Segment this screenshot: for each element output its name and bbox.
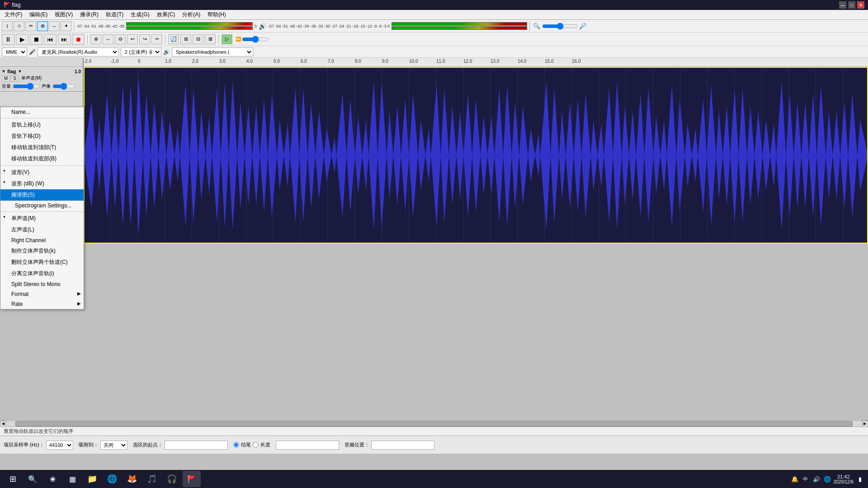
ctx-make-stereo[interactable]: 制作立体声音轨(k) — [0, 245, 84, 257]
ctx-move-bottom[interactable]: 移动轨道到底部(B) — [0, 153, 84, 164]
selection-tool[interactable]: ⊹ — [14, 21, 24, 31]
freq-input[interactable]: 00 h 00 m 00,000 s — [371, 441, 434, 450]
minimize-button[interactable]: — — [839, 1, 846, 9]
show-desktop-btn[interactable]: ▮ — [855, 471, 864, 487]
selection-end-input[interactable]: 00 h 00 m 00,000 s — [276, 441, 339, 450]
zoom-track-button[interactable]: ⊠ — [205, 34, 216, 44]
menu-bar: 文件(F) 编辑(E) 视图(V) 播录(R) 轨道(T) 生成(G) 效果(C… — [0, 10, 868, 20]
multi-desktop-button[interactable]: ▦ — [63, 471, 81, 487]
edge-button[interactable]: 🌐 — [103, 471, 121, 487]
menu-tracks[interactable]: 轨道(T) — [102, 10, 127, 19]
ctx-move-top[interactable]: 移动轨道到顶部(T) — [0, 142, 84, 153]
pause-button[interactable]: ⏸ — [2, 34, 14, 45]
track-close-btn[interactable]: ✕ — [2, 69, 5, 74]
ctx-swap-channels[interactable]: 翻转立体声两个轨道(C) — [0, 257, 84, 268]
scroll-left-btn[interactable]: ◀ — [0, 421, 6, 427]
toolbar-separator-2 — [529, 22, 530, 31]
audacity-taskbar-btn[interactable]: 🚩 — [183, 471, 201, 487]
menu-view[interactable]: 视图(V) — [51, 10, 76, 19]
pan-slider[interactable] — [52, 84, 75, 89]
zoom-fit-button[interactable]: ↔ — [103, 34, 113, 44]
ruler-label-2: 2.0 — [192, 59, 198, 64]
output-select[interactable]: Speakers/Headphones ( — [172, 47, 253, 56]
scroll-thumb[interactable] — [15, 421, 853, 427]
loop-button[interactable]: 🔄 — [168, 34, 179, 44]
file-explorer-button[interactable]: 📁 — [83, 471, 101, 487]
trim-button[interactable]: ✂ — [151, 34, 162, 44]
channels-select[interactable]: 2 (立体声) 录制 — [121, 47, 161, 56]
multi-tool[interactable]: ✦ — [61, 21, 71, 31]
sample-rate-field: 项目采样率 (Hz)： 44100 — [4, 441, 73, 450]
ctx-move-up[interactable]: 音轨上移(U) — [0, 119, 84, 131]
skip-back-button[interactable]: ⏮ — [44, 34, 57, 45]
ctx-waveform[interactable]: 波形(V) — [0, 167, 84, 178]
zoom-in-button[interactable]: ⊕ — [90, 34, 101, 44]
music-button[interactable]: 🎵 — [143, 471, 161, 487]
volume-icon[interactable]: 🔊 — [812, 471, 821, 487]
volume-pan-row: 音量 声像 — [2, 83, 81, 89]
record-button[interactable]: ⏺ — [72, 34, 85, 45]
menu-generate[interactable]: 生成(G) — [127, 10, 153, 19]
scroll-right-btn[interactable]: ▶ — [862, 421, 868, 427]
tempo-slider[interactable] — [242, 36, 269, 42]
menu-record[interactable]: 播录(R) — [76, 10, 102, 19]
skip-fwd-button[interactable]: ⏭ — [58, 34, 71, 45]
api-select[interactable]: MME — [2, 47, 27, 56]
draw-tool[interactable]: ✏ — [25, 21, 36, 31]
ctx-mono[interactable]: 单声道(M) — [0, 213, 84, 224]
notification-icon[interactable]: 🔔 — [790, 471, 799, 487]
ctx-format[interactable]: Format — [0, 289, 84, 299]
zoom-out-button[interactable]: ⊖ — [115, 34, 126, 44]
ibeam-tool[interactable]: I — [2, 21, 13, 31]
menu-file[interactable]: 文件(F) — [1, 10, 26, 19]
start-button[interactable]: ⊞ — [4, 471, 22, 487]
waveform-area[interactable] — [84, 67, 868, 244]
ctx-rate[interactable]: Rate — [0, 299, 84, 309]
selection-start-input[interactable]: 00 h 00 m 00,000 s — [165, 441, 228, 450]
menu-help[interactable]: 帮助(H) — [204, 10, 230, 19]
length-radio[interactable] — [253, 442, 259, 448]
play-sel-button[interactable]: ▷ — [222, 34, 232, 44]
ctx-right-channel[interactable]: Right Channel — [0, 235, 84, 245]
zoom-slider[interactable] — [542, 23, 578, 29]
selection-start-label: 选区的起点： — [133, 441, 163, 448]
search-button[interactable]: 🔍 — [24, 471, 42, 487]
track-dropdown-btn[interactable]: ▼ — [18, 69, 22, 74]
zoom-sel-button[interactable]: ⊞ — [180, 34, 191, 44]
headphone-button[interactable]: 🎧 — [163, 471, 181, 487]
menu-edit[interactable]: 编辑(E) — [26, 10, 51, 19]
snap-select[interactable]: 关闭 — [100, 441, 127, 450]
sample-rate-select[interactable]: 44100 — [46, 441, 73, 450]
microphone-select[interactable]: 麦克风 (Realtek(R) Audio — [38, 47, 119, 56]
network-icon[interactable]: 🌐 — [823, 471, 832, 487]
close-button[interactable]: ✕ — [857, 1, 864, 9]
ctx-split-stereo-mono[interactable]: Split Stereo to Mono — [0, 279, 84, 289]
ctx-move-down[interactable]: 音轨下移(D) — [0, 131, 84, 142]
solo-button[interactable]: S — [11, 75, 19, 82]
ctx-left-channel[interactable]: 左声道(L) — [0, 224, 84, 235]
ctx-spectrogram-settings[interactable]: Spectrogram Settings... — [0, 201, 84, 211]
firefox-button[interactable]: 🦊 — [123, 471, 141, 487]
time-shift-tool[interactable]: ↔ — [49, 21, 60, 31]
zoom-tool[interactable]: ⊕ — [37, 21, 48, 31]
maximize-button[interactable]: □ — [848, 1, 855, 9]
mute-button[interactable]: M — [2, 75, 10, 82]
end-radio[interactable] — [233, 442, 239, 448]
volume-slider[interactable] — [13, 84, 40, 89]
undo-button[interactable]: ↩ — [127, 34, 138, 44]
zoom-sel2-button[interactable]: ⊟ — [193, 34, 203, 44]
stop-button[interactable]: ⏹ — [30, 34, 42, 45]
menu-analyze[interactable]: 分析(A) — [179, 10, 204, 19]
redo-button[interactable]: ↪ — [139, 34, 150, 44]
clock[interactable]: 21:42 2020/12/6 — [834, 474, 854, 484]
keyboard-icon[interactable]: 中 — [801, 471, 810, 487]
meter-icon[interactable]: 🔊 — [259, 23, 266, 30]
menu-effect[interactable]: 效果(C) — [153, 10, 179, 19]
ctx-waveform-db[interactable]: 波形 (dB) (W) — [0, 178, 84, 189]
ctx-spectrogram[interactable]: 频谱图(S) — [0, 189, 84, 201]
taskbar: ⊞ 🔍 ❀ ▦ 📁 🌐 🦊 🎵 🎧 🚩 🔔 中 🔊 🌐 21:42 2020/1… — [0, 470, 868, 488]
ctx-name[interactable]: Name... — [0, 107, 84, 117]
task-view-button[interactable]: ❀ — [43, 471, 61, 487]
ctx-split-stereo[interactable]: 分离立体声音轨(i) — [0, 268, 84, 279]
play-button[interactable]: ▶ — [16, 34, 28, 45]
